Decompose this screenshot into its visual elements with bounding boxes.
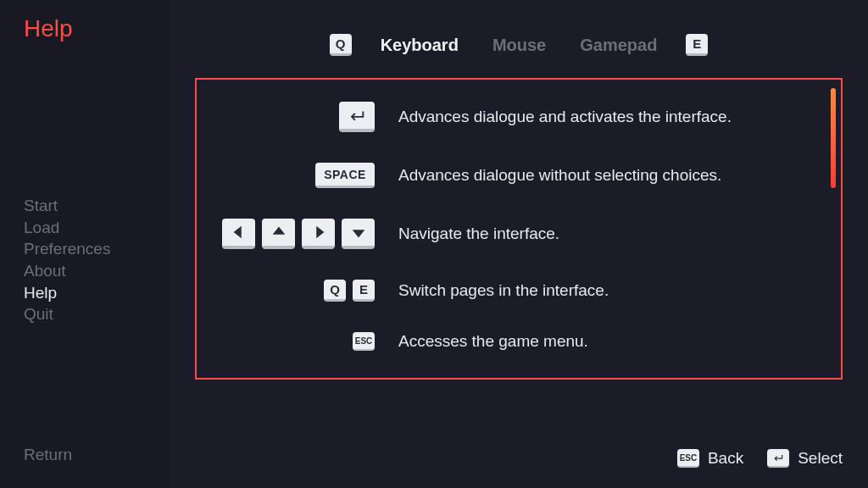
prev-page-key-icon: Q: [330, 34, 352, 56]
arrow-right-key-icon: [302, 219, 335, 249]
tab-bar: Q KeyboardMouseGamepad E: [170, 0, 868, 78]
content: Q KeyboardMouseGamepad E Advances dialog…: [170, 0, 868, 488]
nav-item-quit[interactable]: Quit: [24, 303, 170, 325]
enter-key-icon: [339, 102, 375, 132]
arrow-down-key-icon: [342, 219, 375, 249]
nav-item-about[interactable]: About: [24, 260, 170, 282]
arrow-up-key-icon: [262, 219, 295, 249]
nav-item-start[interactable]: Start: [24, 195, 170, 217]
nav-item-preferences[interactable]: Preferences: [24, 238, 170, 260]
sidebar: Help StartLoadPreferencesAboutHelpQuit R…: [0, 0, 170, 488]
help-description: Advances dialogue and activates the inte…: [398, 108, 732, 126]
return-button[interactable]: Return: [24, 446, 72, 464]
help-description: Advances dialogue without selecting choi…: [398, 166, 721, 185]
key-group: [222, 102, 375, 132]
key-group: [222, 219, 375, 249]
space-key-icon: SPACE: [315, 163, 375, 188]
back-button[interactable]: ESC Back: [677, 449, 743, 468]
back-label: Back: [708, 449, 743, 468]
key-group: SPACE: [222, 163, 375, 188]
help-description: Navigate the interface.: [398, 225, 559, 243]
help-row: ESCAccesses the game menu.: [222, 332, 815, 351]
arrow-left-key-icon: [222, 219, 255, 249]
scrollbar[interactable]: [831, 88, 836, 188]
q-key-icon: Q: [324, 280, 346, 302]
footer: ESC Back Select: [677, 449, 843, 468]
select-button[interactable]: Select: [767, 449, 843, 468]
enter-key-icon: [767, 449, 789, 468]
help-description: Accesses the game menu.: [398, 332, 588, 351]
esc-key-icon: ESC: [677, 449, 699, 468]
help-panel: Advances dialogue and activates the inte…: [195, 78, 843, 380]
nav-list: StartLoadPreferencesAboutHelpQuit: [24, 195, 170, 325]
e-key-icon: E: [353, 280, 375, 302]
nav-item-load[interactable]: Load: [24, 217, 170, 239]
tab-gamepad[interactable]: Gamepad: [580, 36, 657, 55]
nav-item-help[interactable]: Help: [24, 282, 170, 304]
help-description: Switch pages in the interface.: [398, 281, 609, 300]
help-row: Advances dialogue and activates the inte…: [222, 102, 815, 132]
page-title: Help: [24, 15, 170, 42]
help-row: QESwitch pages in the interface.: [222, 280, 815, 302]
next-page-key-icon: E: [686, 34, 708, 56]
help-row: SPACEAdvances dialogue without selecting…: [222, 163, 815, 188]
tab-keyboard[interactable]: Keyboard: [381, 36, 459, 55]
help-row: Navigate the interface.: [222, 219, 815, 249]
key-group: QE: [222, 280, 375, 302]
select-label: Select: [798, 449, 843, 468]
tab-mouse[interactable]: Mouse: [492, 36, 546, 55]
key-group: ESC: [222, 332, 375, 351]
esc-key-icon: ESC: [353, 332, 375, 351]
